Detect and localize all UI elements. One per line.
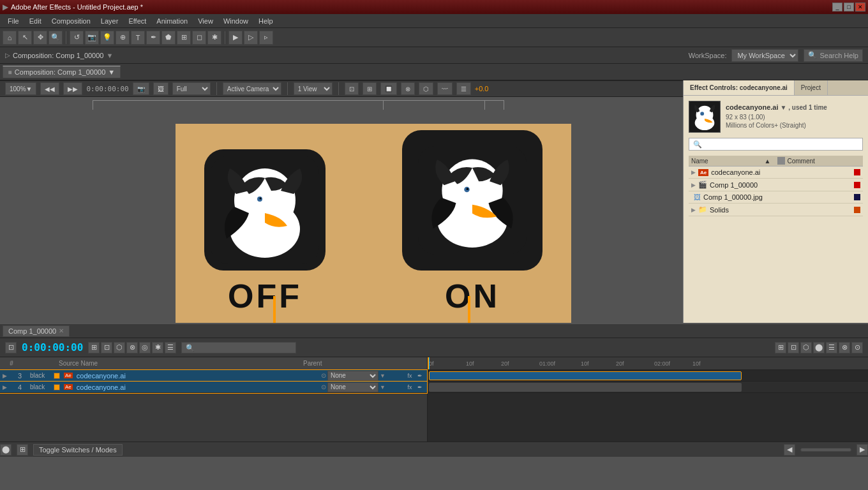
project-tab[interactable]: Project <box>795 80 828 95</box>
toolbar-select[interactable]: ↖ <box>18 31 32 45</box>
tl-btn-3[interactable]: ⬡ <box>114 342 125 353</box>
motion-blur-btn[interactable]: ⊗ <box>401 82 415 95</box>
menu-layer[interactable]: Layer <box>96 16 124 26</box>
timeline-tab-main[interactable]: Comp 1_00000 ✕ <box>3 325 70 337</box>
region-btn[interactable]: ⊡ <box>345 82 359 95</box>
close-button[interactable]: ✕ <box>855 3 865 11</box>
layer-3-icons: fx ✒ <box>405 371 424 380</box>
track-row-3[interactable] <box>428 370 868 382</box>
effect-search-input[interactable] <box>689 138 863 151</box>
layer-row-3[interactable]: ▶ 3 black Ae codecanyone.ai ⊙ None ▼ fx … <box>0 370 427 382</box>
tl-zoom-out[interactable]: ◀ <box>784 444 795 456</box>
toolbar-text[interactable]: T <box>131 31 145 45</box>
views-select[interactable]: 1 View 2 Views <box>294 82 333 95</box>
toolbar-play2[interactable]: ▷ <box>244 31 258 45</box>
search-help-box[interactable]: 🔍 Search Help <box>804 49 863 62</box>
effect-controls-tab[interactable]: Effect Controls: codecanyone.ai <box>684 80 795 95</box>
tl-btn-4[interactable]: ⊗ <box>126 342 138 353</box>
menu-file[interactable]: File <box>3 16 24 26</box>
tl-bottom-btn-2[interactable]: ⊞ <box>17 444 28 456</box>
maximize-button[interactable]: □ <box>844 3 854 11</box>
layer-3-num: 3 <box>11 372 29 380</box>
timeline-graph-btn[interactable]: ⊡ <box>5 342 17 353</box>
tl-zoom-slider[interactable] <box>800 448 851 452</box>
project-item-codecanyone[interactable]: ▶ Ae codecanyone.ai <box>689 167 863 179</box>
ruler-mark-10f-3: 10f <box>692 360 701 367</box>
tl-right-4[interactable]: ⬤ <box>813 342 825 353</box>
main-layout: 100% ▼ ◀◀ ▶▶ 0:00:00:00 📷 🖼 Full Half Qu… <box>0 80 868 323</box>
toggle-switches-modes[interactable]: Toggle Switches / Modes <box>33 444 123 456</box>
tl-right-3[interactable]: ⬡ <box>800 342 812 353</box>
toolbar-play[interactable]: ▶ <box>228 31 243 45</box>
tl-btn-6[interactable]: ✱ <box>152 342 163 353</box>
effect-mode: Millions of Colors+ (Straight) <box>726 122 863 129</box>
layer-panel: # Source Name Parent ▶ 3 black Ae codeca… <box>0 357 428 442</box>
layer-3-expand: ▶ <box>3 373 7 379</box>
3d-btn[interactable]: 🔲 <box>380 82 397 95</box>
toolbar-hand[interactable]: ✥ <box>33 31 47 45</box>
track-row-4[interactable] <box>428 382 868 393</box>
track-bar-4[interactable] <box>429 383 742 392</box>
tl-right-5[interactable]: ☰ <box>826 342 837 353</box>
menu-window[interactable]: Window <box>218 16 253 26</box>
toolbar-camera[interactable]: 📷 <box>85 31 99 45</box>
project-item-comp1jpg[interactable]: 🖼 Comp 1_00000.jpg <box>689 191 863 204</box>
toolbar-anchor[interactable]: ⊕ <box>116 31 130 45</box>
layer-row-4[interactable]: ▶ 4 black Ae codecanyone.ai ⊙ None ▼ fx … <box>0 382 427 393</box>
grid-btn[interactable]: ⊞ <box>363 82 377 95</box>
track-bar-3[interactable] <box>429 371 742 380</box>
tl-bottom-btn-1[interactable]: ⬤ <box>0 444 11 456</box>
tl-zoom-in[interactable]: ▶ <box>857 444 868 456</box>
layer-4-expand: ▶ <box>3 384 7 390</box>
snapshot-btn[interactable]: 📷 <box>133 82 149 95</box>
zoom-btn[interactable]: 100% ▼ <box>5 82 36 95</box>
menu-composition[interactable]: Composition <box>47 16 96 26</box>
timeline-time-display[interactable]: 0:00:00:00 <box>22 341 83 353</box>
tl-right-6[interactable]: ⊗ <box>839 342 850 353</box>
workspace-right: WorkSpace: My WorkSpace 🔍 Search Help <box>689 49 863 62</box>
channel-btn[interactable]: ☰ <box>456 82 471 95</box>
project-item-comp1[interactable]: ▶ 🎬 Comp 1_00000 <box>689 179 863 191</box>
menu-view[interactable]: View <box>193 16 218 26</box>
menu-animation[interactable]: Animation <box>151 16 193 26</box>
toolbar-play3[interactable]: ▹ <box>259 31 273 45</box>
comp-tab-main[interactable]: ≡ Composition: Comp 1_00000 ▼ <box>3 66 121 78</box>
timeline-tab-close[interactable]: ✕ <box>59 327 64 334</box>
minimize-button[interactable]: _ <box>832 3 842 11</box>
toolbar-clone[interactable]: ⊞ <box>177 31 191 45</box>
toolbar-rotate[interactable]: ↺ <box>70 31 84 45</box>
toolbar-home[interactable]: ⌂ <box>3 31 17 45</box>
toolbar-pen[interactable]: ✒ <box>146 31 160 45</box>
workspace-dropdown[interactable]: My WorkSpace <box>731 49 798 62</box>
tl-right-1[interactable]: ⊞ <box>775 342 786 353</box>
layer-3-parent-select[interactable]: None <box>327 371 378 381</box>
toolbar-zoom[interactable]: 🔍 <box>49 31 63 45</box>
toolbar-mask[interactable]: ⬟ <box>161 31 176 45</box>
flow-btn[interactable]: 〰 <box>437 82 453 95</box>
menu-help[interactable]: Help <box>253 16 278 26</box>
quality-select[interactable]: Full Half Quarter <box>172 82 211 95</box>
toolbar-puppet[interactable]: ✱ <box>207 31 221 45</box>
tl-right-2[interactable]: ⊡ <box>788 342 799 353</box>
show-snapshot-btn[interactable]: 🖼 <box>153 82 168 95</box>
tl-btn-2[interactable]: ⊡ <box>101 342 112 353</box>
eagle-off-svg <box>211 156 319 264</box>
title-bar-controls[interactable]: _ □ ✕ <box>832 3 865 11</box>
prev-frame-btn[interactable]: ◀◀ <box>40 82 59 95</box>
render-btn[interactable]: ⬡ <box>419 82 433 95</box>
timeline-search-input[interactable] <box>181 342 296 353</box>
camera-select[interactable]: Active Camera <box>223 82 281 95</box>
track-panel: 0f 10f 20f 01:00f 10f 20f 02:00f 10f <box>428 357 868 442</box>
menu-effect[interactable]: Effect <box>123 16 151 26</box>
tl-btn-1[interactable]: ⊞ <box>88 342 100 353</box>
project-item-solids[interactable]: ▶ 📁 Solids <box>689 204 863 216</box>
menu-edit[interactable]: Edit <box>24 16 47 26</box>
tl-btn-5[interactable]: ◎ <box>139 342 151 353</box>
toolbar-erase[interactable]: ◻ <box>192 31 206 45</box>
next-frame-btn[interactable]: ▶▶ <box>63 82 82 95</box>
tl-right-7[interactable]: ⊙ <box>851 342 863 353</box>
workspace-label: WorkSpace: <box>689 52 727 59</box>
tl-btn-7[interactable]: ☰ <box>165 342 176 353</box>
toolbar-light[interactable]: 💡 <box>100 31 114 45</box>
layer-4-parent-select[interactable]: None <box>327 382 378 392</box>
